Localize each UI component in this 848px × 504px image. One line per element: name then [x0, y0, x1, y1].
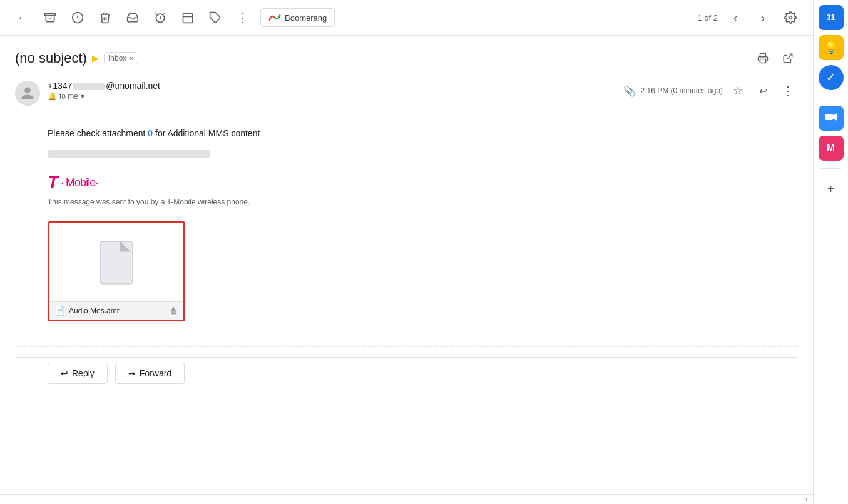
attachment-indicator-icon: 📎: [623, 85, 636, 97]
prev-email-button[interactable]: ‹: [723, 5, 748, 30]
email-toolbar: ← ⋮ Boomerang 1 o: [0, 0, 813, 36]
email-body: Please check attachment 0 for Additional…: [15, 121, 798, 341]
reply-arrow-icon: ↩: [61, 368, 68, 378]
snooze-button[interactable]: [148, 5, 173, 30]
sidebar-divider: [821, 98, 841, 98]
email-timestamp: 2:16 PM (0 minutes ago): [641, 86, 723, 95]
back-button[interactable]: ←: [10, 5, 35, 30]
inbox-badge[interactable]: Inbox ✕: [104, 52, 138, 64]
sidebar-zoom-button[interactable]: [819, 106, 844, 131]
more-email-actions-button[interactable]: ⋮: [778, 81, 798, 101]
svg-rect-15: [171, 313, 176, 314]
sidebar-calendar-button[interactable]: 31: [819, 5, 844, 30]
sidebar-pink-app-button[interactable]: M: [819, 136, 844, 161]
tmobile-brand-text: · Mobile·: [61, 176, 98, 189]
email-divider: [15, 116, 798, 116]
delete-button[interactable]: [93, 5, 118, 30]
pink-app-icon: M: [827, 143, 835, 154]
sidebar-tasks-button[interactable]: ✓: [819, 65, 844, 90]
sender-info: +1347@tmomail.net 🔔 to me ▾: [48, 81, 616, 101]
attachment-preview[interactable]: 📄 Audio Mes.amr: [48, 221, 185, 321]
boomerang-button[interactable]: Boomerang: [260, 8, 335, 27]
svg-rect-14: [171, 312, 176, 313]
add-app-button[interactable]: +: [819, 176, 844, 201]
svg-rect-0: [45, 13, 56, 15]
sidebar-divider-2: [821, 168, 841, 169]
attachment-footer: 📄 Audio Mes.amr: [49, 301, 183, 320]
inbox-badge-label: Inbox: [108, 54, 126, 63]
bottom-scrollbar-area: ›: [0, 494, 813, 504]
forward-button[interactable]: ➙ Forward: [115, 363, 185, 384]
attachment-download-icon: [168, 306, 178, 316]
tmobile-t-letter: T: [48, 173, 58, 193]
svg-rect-9: [760, 59, 766, 63]
reply-button-label: Reply: [72, 368, 95, 378]
keep-icon: 💡: [824, 41, 838, 54]
to-me-label: 🔔 to me ▾: [48, 92, 616, 101]
attachment-section: 📄 Audio Mes.amr: [48, 221, 765, 321]
move-to-inbox-button[interactable]: [120, 5, 145, 30]
body-divider: [15, 346, 798, 347]
sidebar-keep-button[interactable]: 💡: [819, 35, 844, 60]
svg-rect-11: [100, 241, 133, 284]
attachment-file-type-icon: 📄: [54, 306, 65, 316]
email-meta-row: +1347@tmomail.net 🔔 to me ▾ 📎 2:16 PM (0…: [15, 81, 798, 106]
sender-avatar: [15, 81, 40, 106]
spam-button[interactable]: [65, 5, 90, 30]
svg-marker-13: [171, 307, 176, 311]
email-subject-row: (no subject) ▶ Inbox ✕: [15, 48, 798, 68]
attachment-bar-placeholder: [48, 150, 210, 158]
email-subject: (no subject): [15, 50, 87, 66]
email-body-text: Please check attachment 0 for Additional…: [48, 126, 765, 140]
print-button[interactable]: [753, 48, 773, 68]
next-email-button[interactable]: ›: [750, 5, 775, 30]
star-button[interactable]: ☆: [728, 81, 748, 101]
tasks-icon: ✓: [826, 71, 835, 84]
archive-button[interactable]: [38, 5, 63, 30]
inbox-badge-close-icon[interactable]: ✕: [129, 55, 134, 62]
boomerang-label: Boomerang: [285, 13, 327, 23]
svg-marker-17: [833, 113, 837, 121]
settings-button[interactable]: [778, 5, 803, 30]
label-button[interactable]: [203, 5, 228, 30]
to-me-dropdown-icon[interactable]: ▾: [81, 92, 84, 101]
zoom-camera-icon: [825, 113, 837, 124]
pagination-info: 1 of 2: [697, 13, 718, 23]
attachment-preview-content: [49, 223, 183, 301]
forward-arrow-icon: ➙: [128, 368, 136, 378]
svg-point-8: [789, 16, 792, 19]
right-sidebar: 31 💡 ✓ M +: [813, 0, 848, 504]
email-content-area: (no subject) ▶ Inbox ✕ +1347@tmom: [0, 36, 813, 494]
scroll-right-indicator: ›: [805, 495, 808, 504]
email-time-row: 📎 2:16 PM (0 minutes ago) ☆ ↩ ⋮: [623, 81, 798, 101]
add-to-tasks-button[interactable]: [175, 5, 200, 30]
more-actions-button[interactable]: ⋮: [230, 5, 255, 30]
tmobile-logo: T · Mobile·: [48, 173, 765, 193]
email-action-buttons: ↩ Reply ➙ Forward: [15, 357, 798, 389]
forward-indicator-icon: ▶: [92, 53, 99, 63]
attachment-filename: Audio Mes.amr: [69, 306, 165, 315]
boomerang-logo-icon: [268, 13, 281, 23]
sender-name: +1347@tmomail.net: [48, 81, 160, 91]
calendar-day-number: 31: [827, 13, 835, 22]
tmobile-tagline: This message was sent to you by a T-Mobi…: [48, 198, 765, 206]
reply-header-button[interactable]: ↩: [753, 81, 773, 101]
svg-rect-16: [825, 114, 833, 120]
tmobile-branding: T · Mobile· This message was sent to you…: [48, 173, 765, 206]
open-in-new-button[interactable]: [778, 48, 798, 68]
reply-button[interactable]: ↩ Reply: [48, 363, 108, 384]
svg-line-10: [787, 54, 792, 59]
forward-button-label: Forward: [140, 368, 171, 378]
add-icon: +: [827, 182, 835, 196]
